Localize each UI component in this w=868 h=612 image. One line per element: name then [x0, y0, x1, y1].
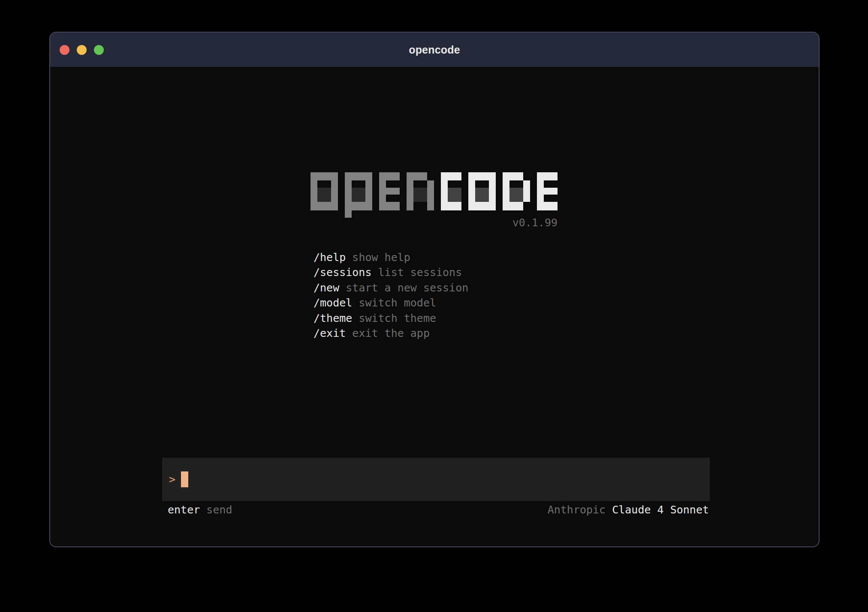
logo-pixel: [310, 180, 317, 202]
command-name: /exit: [313, 327, 346, 339]
window-title: opencode: [409, 44, 460, 56]
logo-pixel: [468, 172, 496, 180]
message-input[interactable]: >: [162, 458, 710, 501]
provider-label: Anthropic: [548, 504, 606, 516]
logo-pixel: [413, 188, 427, 202]
command-name: /sessions: [313, 266, 371, 279]
command-description: start a new session: [346, 282, 468, 294]
logo-pixel: [379, 172, 400, 180]
logo-pixel: [310, 202, 338, 210]
version-label: v0.1.99: [310, 217, 558, 229]
command-description: switch theme: [359, 312, 436, 324]
logo-pixel: [331, 180, 338, 202]
send-hint: enter send: [168, 502, 232, 517]
logo-pixel: [441, 202, 461, 210]
command-name: /new: [313, 282, 339, 294]
model-label: Claude 4 Sonnet: [612, 504, 709, 516]
logo-pixel: [537, 202, 558, 210]
command-description: exit the app: [352, 327, 430, 339]
logo-pixel: [352, 188, 365, 202]
logo-pixel: [448, 188, 461, 202]
logo-pixel: [310, 172, 338, 180]
logo-pixel: [503, 180, 509, 202]
logo-pixel: [379, 202, 400, 210]
command-help-list: /help show help/sessions list sessions/n…: [313, 250, 468, 341]
logo-pixel: [503, 202, 523, 210]
logo-pixel: [509, 188, 523, 202]
logo-pixel: [317, 188, 331, 202]
text-cursor: [181, 471, 188, 487]
zoom-window-button[interactable]: [94, 45, 104, 55]
send-action-text: send: [206, 504, 232, 516]
command-description: switch model: [359, 297, 436, 309]
logo-pixel: [468, 202, 496, 210]
traffic-lights: [60, 33, 104, 67]
logo-pixel: [345, 180, 352, 202]
app-window: opencode v0.1.99 /help show help/session…: [49, 32, 820, 547]
logo-pixel: [441, 180, 448, 202]
command-help-row: /help show help: [313, 250, 468, 265]
command-name: /help: [313, 251, 346, 264]
logo-pixel: [407, 180, 413, 210]
close-window-button[interactable]: [60, 45, 69, 55]
logo-pixel: [503, 172, 523, 180]
logo-pixel: [427, 180, 434, 210]
titlebar[interactable]: opencode: [50, 33, 819, 67]
command-description: show help: [352, 251, 410, 264]
command-name: /model: [313, 297, 352, 309]
command-help-row: /model switch model: [313, 295, 468, 310]
status-bar: enter send Anthropic Claude 4 Sonnet: [162, 502, 710, 517]
opencode-logo: [310, 172, 558, 218]
logo-pixel: [365, 180, 372, 202]
logo-pixel: [345, 202, 372, 210]
logo-pixel: [475, 188, 489, 202]
command-help-row: /sessions list sessions: [313, 265, 468, 280]
send-action-label: [200, 504, 206, 516]
prompt-symbol: >: [169, 473, 175, 486]
command-name: /theme: [313, 312, 352, 324]
minimize-window-button[interactable]: [77, 45, 87, 55]
logo-pixel: [523, 180, 530, 202]
logo-pixel: [468, 180, 475, 202]
enter-key-label: enter: [168, 504, 200, 516]
command-help-row: /theme switch theme: [313, 311, 468, 326]
command-description: list sessions: [378, 266, 462, 279]
logo-pixel: [489, 180, 496, 202]
model-indicator[interactable]: Anthropic Claude 4 Sonnet: [548, 502, 709, 517]
logo-pixel: [537, 172, 558, 180]
logo-pixel: [379, 188, 400, 195]
logo-pixel: [407, 172, 427, 180]
logo-pixel: [345, 172, 372, 180]
logo-pixel: [537, 188, 558, 195]
command-help-row: /new start a new session: [313, 280, 468, 295]
command-help-row: /exit exit the app: [313, 326, 468, 341]
logo-pixel: [441, 172, 461, 180]
desktop: opencode v0.1.99 /help show help/session…: [0, 0, 868, 612]
